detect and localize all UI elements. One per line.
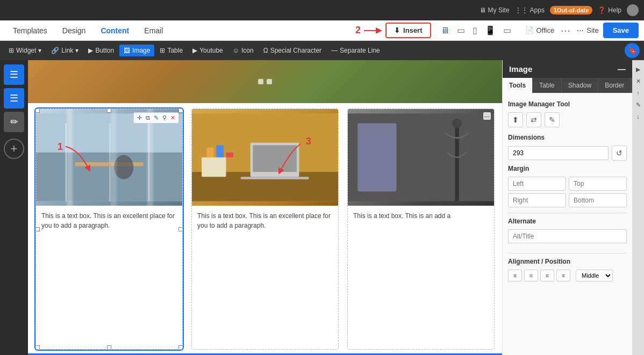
outofdate-badge[interactable]: 1Out-of-date xyxy=(550,6,592,15)
align-center-btn[interactable]: ≡ xyxy=(524,270,538,281)
far-right-close[interactable]: ✕ xyxy=(633,76,643,86)
mysite-item[interactable]: 🖥 My Site xyxy=(480,6,510,14)
position-select[interactable]: Middle Top Bottom xyxy=(576,270,613,281)
apps-item[interactable]: ⋮⋮ Apps xyxy=(515,6,545,14)
edit-btn[interactable]: ✎ xyxy=(153,114,160,122)
toolbar-link[interactable]: 🔗 Link ▾ xyxy=(47,45,83,56)
pin-btn[interactable]: ⚲ xyxy=(161,114,168,122)
panel-close-icon[interactable]: — xyxy=(618,64,626,74)
panel-header: Image — xyxy=(503,60,632,78)
sidebar-sections-btn[interactable]: ☰ xyxy=(4,88,24,108)
tab-shadow[interactable]: Shadow xyxy=(562,78,598,93)
far-right-down[interactable]: ↓ xyxy=(633,112,643,121)
monitor-icon: 🖥 xyxy=(480,6,486,14)
editor-canvas: ✛ ⧉ ✎ ⚲ ✕ xyxy=(28,60,502,355)
handle-bl[interactable] xyxy=(35,345,40,350)
sidebar-pages-btn[interactable]: ☰ xyxy=(4,64,24,85)
tablet-landscape-icon[interactable]: ▭ xyxy=(455,24,467,37)
align-right-btn[interactable]: ≡ xyxy=(540,270,554,281)
editor-area: ✛ ⧉ ✎ ⚲ ✕ xyxy=(28,60,502,355)
mobile-landscape-icon[interactable]: ▭ xyxy=(501,24,513,37)
tab-tools[interactable]: Tools xyxy=(503,78,533,93)
far-right-expand[interactable]: ▶ xyxy=(633,64,643,74)
dots-icon: ⋯ xyxy=(577,26,584,34)
desktop-icon[interactable]: 🖥 xyxy=(439,25,452,37)
handle-br[interactable] xyxy=(178,345,183,350)
toolbar-widget[interactable]: ⊞ Widget ▾ xyxy=(4,45,46,56)
tab-table[interactable]: Table xyxy=(533,78,562,93)
toolbar-youtube[interactable]: ▶ Youtube xyxy=(188,45,227,56)
card-3[interactable]: — This is a text box. This is an add a xyxy=(347,108,495,350)
alignment-title: Alignment / Position xyxy=(508,258,627,265)
card-1-text: This is a text box. This is an excellent… xyxy=(36,206,182,236)
image-icon: 🖼 xyxy=(124,47,130,54)
toolbar-table[interactable]: ⊞ Table xyxy=(155,45,187,56)
download-icon: ⬇ xyxy=(394,26,400,34)
nav-templates[interactable]: Templates xyxy=(5,22,55,39)
margin-top-input[interactable] xyxy=(569,177,627,191)
move-btn[interactable]: ✛ xyxy=(136,114,143,122)
far-right-up[interactable]: ↑ xyxy=(633,88,643,98)
banner xyxy=(28,60,502,103)
panel-body: Image Manager Tool ⬆ ⇄ ✎ Dimensions ↺ Ma… xyxy=(503,93,632,355)
card-2-text: This is a text box. This is an excellent… xyxy=(192,206,338,236)
copy-btn[interactable]: ⧉ xyxy=(145,114,151,122)
link-icon: 🔗 xyxy=(51,47,59,54)
save-button[interactable]: Save xyxy=(603,23,639,38)
banner-dot-1 xyxy=(258,79,263,84)
table-label: Table xyxy=(167,47,183,54)
insert-button[interactable]: ⬇ Insert xyxy=(385,23,431,38)
toolbar-special-char[interactable]: Ω Special Character xyxy=(259,45,326,56)
toolbar-sep-line[interactable]: — Separate Line xyxy=(327,45,384,56)
dimensions-title: Dimensions xyxy=(508,134,627,141)
handle-bm[interactable] xyxy=(107,345,111,350)
far-right-edit[interactable]: ✎ xyxy=(633,100,643,110)
tablet-portrait-icon[interactable]: ▯ xyxy=(470,24,480,37)
help-item[interactable]: ❓ Help xyxy=(598,6,621,14)
plus-icon: + xyxy=(11,142,18,156)
sidebar-add-btn[interactable]: + xyxy=(4,139,24,159)
dimensions-row: ↺ xyxy=(508,146,627,161)
image-manager-title: Image Manager Tool xyxy=(508,100,627,108)
card-1-image xyxy=(36,109,182,206)
reset-dimensions-btn[interactable]: ↺ xyxy=(612,146,627,161)
tab-border[interactable]: Border xyxy=(598,78,631,93)
toolbar-button[interactable]: ▶ Button xyxy=(84,45,118,56)
align-justify-btn[interactable]: ≡ xyxy=(556,270,570,281)
panel-title: Image xyxy=(509,64,532,74)
width-input[interactable] xyxy=(508,146,609,160)
office-button[interactable]: 📄 Office xyxy=(521,24,559,37)
svg-rect-1 xyxy=(36,113,182,201)
banner-indicator xyxy=(258,79,272,84)
mobile-icon[interactable]: 📱 xyxy=(483,24,498,37)
kebab-menu[interactable]: ⋯ xyxy=(559,23,573,39)
user-avatar[interactable] xyxy=(627,4,639,16)
align-left-btn[interactable]: ≡ xyxy=(508,270,522,281)
panel-tabs: Tools Table Shadow Border xyxy=(503,78,632,93)
icon-label: Icon xyxy=(241,47,254,54)
alt-input[interactable] xyxy=(508,229,627,243)
minimize-btn[interactable]: — xyxy=(483,112,491,120)
swap-icon[interactable]: ⇄ xyxy=(526,112,541,127)
toolbar-image[interactable]: 🖼 Image xyxy=(119,45,154,56)
nav-email[interactable]: Email xyxy=(137,22,170,39)
margin-bottom-input[interactable] xyxy=(569,193,627,207)
edit-image-icon[interactable]: ✎ xyxy=(545,112,560,127)
pages-icon: ☰ xyxy=(10,69,18,81)
svg-rect-15 xyxy=(216,145,224,157)
bookmark-icon[interactable]: 🔖 xyxy=(625,43,640,58)
card-1[interactable]: ✛ ⧉ ✎ ⚲ ✕ xyxy=(35,108,183,350)
margin-right-input[interactable] xyxy=(508,193,566,207)
margin-left-input[interactable] xyxy=(508,177,566,191)
sidebar-pencil-btn[interactable]: ✏ xyxy=(4,112,24,132)
nav-content[interactable]: Content xyxy=(93,22,137,39)
toolbar-icon[interactable]: ☺ Icon xyxy=(228,45,258,56)
table-icon: ⊞ xyxy=(160,47,165,54)
card-2[interactable]: 3 This is a text box. This is an excelle… xyxy=(191,108,339,350)
site-button[interactable]: ⋯ Site xyxy=(573,24,603,37)
nav-design[interactable]: Design xyxy=(55,22,94,39)
margin-inputs xyxy=(508,177,627,207)
close-btn[interactable]: ✕ xyxy=(169,114,176,122)
button-icon: ▶ xyxy=(88,47,93,54)
upload-icon[interactable]: ⬆ xyxy=(508,112,523,127)
